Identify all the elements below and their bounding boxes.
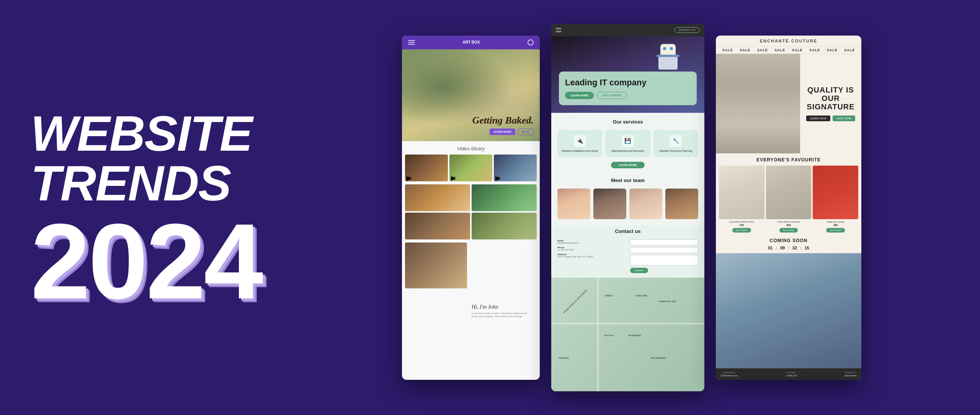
- it-team-photos: [557, 189, 698, 219]
- fashion-hero-image: [716, 54, 800, 153]
- it-service-2-name: Data Backup and Recovery: [608, 149, 647, 153]
- fashion-products: Linen Blend White Pants 335 BUY NOW Cott…: [716, 166, 861, 233]
- fashion-shop-now-button[interactable]: SHOP NOW: [833, 116, 855, 121]
- food-hero-script: Getting Baked.: [472, 115, 534, 126]
- product-name-1: Linen Blend White Pants: [719, 221, 764, 223]
- fashion-product-1: Linen Blend White Pants 335 BUY NOW: [719, 166, 764, 233]
- robot-right-eye: [670, 47, 673, 50]
- it-team-title: Meet our team: [557, 177, 698, 183]
- page-container: WEBSITE TRENDS 2024 ART BOX Getting Bake…: [0, 0, 980, 415]
- buy-button-3[interactable]: BUY NOW: [826, 228, 845, 233]
- it-services-section: Our services 🔌 Network Installation and …: [551, 113, 704, 174]
- it-address-item: Address 123 IT Street, New York, NY 1000…: [557, 253, 626, 258]
- food-blog-card: ART BOX Getting Baked. LEARN MORE BLOG V…: [402, 36, 540, 380]
- countdown-ms: 15: [805, 246, 809, 250]
- fashion-model-image: [716, 54, 800, 153]
- fashion-learn-now-button[interactable]: LEARN NOW: [806, 116, 830, 121]
- it-contact-form: SUBMIT: [630, 239, 698, 273]
- footer-connect-value: @enchanté: [844, 374, 857, 377]
- it-service-3: 🔧 Disaster Recovery Planning: [653, 130, 698, 157]
- map-label-7: WILLIAMSBURG: [651, 357, 666, 359]
- sale-6: SALE: [809, 48, 820, 52]
- fashion-hero-buttons: LEARN NOW SHOP NOW: [806, 116, 855, 121]
- robot-body: [658, 56, 678, 70]
- team-photo-2: [593, 189, 626, 219]
- footer-phone-value: +1 800 123: [785, 374, 797, 377]
- it-contact-info: Email info@itcompany.com Phone +1 234 56…: [557, 239, 626, 273]
- food-bottom-section: Hi, I'm John Lorem ipsum dolor sit amet,…: [402, 242, 540, 380]
- year-text: 2024: [31, 216, 291, 307]
- sale-8: SALE: [844, 48, 855, 52]
- it-contact-grid: Email info@itcompany.com Phone +1 234 56…: [557, 239, 698, 273]
- gallery-item-2: [472, 184, 537, 211]
- it-contact-button[interactable]: CONTACT US: [674, 27, 700, 33]
- fashion-coming-soon: COMING SOON 01 : 09 : 32 : 15: [716, 233, 861, 253]
- fashion-product-2: Cotton Blend Overshirt 400 BUY NOW: [766, 166, 812, 233]
- it-hero-card: Leading IT company LEARN MORE GET STARTE…: [559, 72, 697, 105]
- countdown-sep-2: :: [788, 246, 789, 250]
- fashion-footer: ADDRESS 123 Fashion Ave PHONE +1 800 123…: [716, 368, 861, 380]
- fashion-card: ENCHANTÉ COUTURE SALE SALE SALE SALE SAL…: [716, 36, 861, 380]
- hamburger-icon[interactable]: [408, 40, 415, 45]
- gallery-item-4: [472, 213, 537, 239]
- food-blog-button[interactable]: BLOG: [518, 129, 534, 135]
- it-learn-more-2-button[interactable]: LEARN MORE: [611, 162, 644, 168]
- fashion-brand: ENCHANTÉ COUTURE: [720, 39, 857, 43]
- play-icon-2: ▶: [451, 177, 456, 180]
- food-author-desc: Lorem ipsum dolor sit amet, consectetur …: [472, 312, 534, 318]
- recovery-icon: 🔧: [670, 135, 682, 147]
- year-container: 2024: [31, 216, 291, 307]
- it-learn-more-button[interactable]: LEARN MORE: [565, 92, 594, 99]
- robot-head: [660, 44, 676, 55]
- video-thumb-1[interactable]: ▶: [405, 155, 448, 181]
- gallery-item-1: [405, 184, 470, 211]
- food-learn-more-button[interactable]: LEARN MORE: [490, 129, 515, 135]
- map-label-3: CHINATOWN: [635, 295, 647, 297]
- it-service-3-name: Disaster Recovery Planning: [657, 149, 695, 153]
- fashion-bottom-image: [716, 253, 861, 368]
- it-email-item: Email info@itcompany.com: [557, 239, 626, 244]
- food-hero: Getting Baked. LEARN MORE BLOG: [402, 49, 540, 141]
- video-thumb-3[interactable]: ▶: [494, 155, 537, 181]
- buy-button-2[interactable]: BUY NOW: [779, 228, 798, 233]
- countdown: 01 : 09 : 32 : 15: [719, 246, 858, 250]
- product-name-3: Fitted Suit Jacket: [813, 221, 858, 223]
- video-library-title: Video library: [402, 141, 540, 155]
- buy-button-1[interactable]: BUY NOW: [732, 228, 751, 233]
- it-contact-title: Contact us: [557, 228, 698, 234]
- fashion-favourites-title: EVERYONE'S FAVOURITE: [716, 153, 861, 166]
- it-get-started-button[interactable]: GET STARTED: [597, 92, 627, 99]
- it-email-value: info@itcompany.com: [557, 242, 626, 244]
- network-icon: 🔌: [574, 135, 586, 147]
- food-hero-text-block: Getting Baked. LEARN MORE BLOG: [466, 109, 540, 141]
- fashion-hero: QUALITY IS OUR SIGNATURE LEARN NOW SHOP …: [716, 54, 861, 153]
- map-label-ny: New York: [605, 334, 613, 337]
- it-form-email-input[interactable]: [630, 247, 698, 253]
- footer-phone-item: PHONE +1 800 123: [785, 371, 797, 377]
- search-icon[interactable]: [528, 39, 534, 46]
- map-label-1: PASSED DOWN COLGATE CENTER: [563, 289, 587, 314]
- it-services-grid: 🔌 Network Installation and Setup 💾 Data …: [557, 130, 698, 157]
- team-photo-1: [557, 189, 590, 219]
- coming-soon-title: COMING SOON: [719, 238, 858, 243]
- sale-2: SALE: [740, 48, 750, 52]
- it-phone-item: Phone +1 234 567 890: [557, 246, 626, 251]
- it-services-title: Our services: [557, 119, 698, 125]
- it-form-message-input[interactable]: [630, 255, 698, 265]
- countdown-hours: 01: [768, 246, 773, 250]
- map-road-horizontal: [551, 323, 704, 324]
- product-price-2: 400: [766, 224, 812, 226]
- gallery-item-3: [405, 213, 470, 239]
- it-submit-button[interactable]: SUBMIT: [630, 268, 648, 273]
- footer-address-item: ADDRESS 123 Fashion Ave: [720, 371, 738, 377]
- it-form-name-input[interactable]: [630, 239, 698, 246]
- it-hero-buttons: LEARN MORE GET STARTED: [565, 92, 691, 99]
- it-hamburger-icon[interactable]: [556, 28, 561, 32]
- play-icon-1: ▶: [407, 177, 411, 180]
- countdown-seconds: 32: [792, 246, 797, 250]
- product-price-3: 380: [813, 224, 858, 226]
- product-image-2: [766, 166, 812, 219]
- sale-7: SALE: [827, 48, 838, 52]
- team-photo-4: [665, 189, 698, 219]
- video-thumb-2[interactable]: ▶: [449, 155, 492, 181]
